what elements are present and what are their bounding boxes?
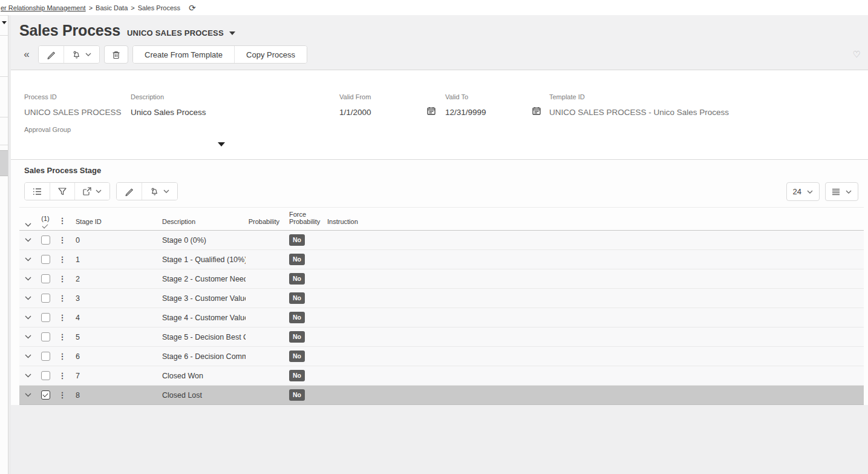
- collapse-panel-button[interactable]: «: [19, 45, 34, 64]
- sidebar-caret-down-icon[interactable]: [2, 21, 7, 24]
- row-checkbox[interactable]: [41, 352, 50, 361]
- kebab-icon: ⋮: [59, 217, 67, 225]
- table-row[interactable]: ⋮ 6 Stage 6 - Decision Comm No: [19, 347, 864, 366]
- row-menu-cell[interactable]: ⋮: [54, 352, 70, 360]
- row-menu-cell[interactable]: ⋮: [54, 294, 70, 302]
- row-checkbox[interactable]: [41, 371, 50, 380]
- process-actions-group: Create From Template Copy Process: [132, 45, 307, 64]
- row-check-cell[interactable]: [36, 235, 54, 245]
- column-header-instruction[interactable]: Instruction: [324, 218, 370, 230]
- row-check-cell[interactable]: [36, 313, 54, 322]
- column-header-force-probability[interactable]: Force Probability: [282, 211, 324, 230]
- breadcrumb-item-basic-data[interactable]: Basic Data: [96, 4, 128, 12]
- table-row[interactable]: ⋮ 4 Stage 4 - Customer Value No: [19, 308, 864, 328]
- row-expand-cell[interactable]: [19, 296, 36, 300]
- row-expand-cell[interactable]: [19, 277, 36, 281]
- row-checkbox[interactable]: [41, 274, 50, 283]
- table-row[interactable]: ⋮ 5 Stage 5 - Decision Best Ca No: [19, 328, 864, 347]
- row-menu-cell[interactable]: ⋮: [54, 314, 70, 321]
- filter-button[interactable]: [50, 183, 74, 200]
- force-probability-cell: No: [282, 331, 324, 343]
- breadcrumb-item-sales-process[interactable]: Sales Process: [138, 4, 180, 12]
- collapsed-sidebar[interactable]: [0, 15, 8, 474]
- list-view-button[interactable]: [25, 183, 50, 200]
- row-expand-cell[interactable]: [19, 374, 36, 378]
- row-expand-cell[interactable]: [19, 335, 36, 339]
- chevron-down-icon: [25, 354, 31, 358]
- row-expand-cell[interactable]: [19, 257, 36, 262]
- description-cell: Stage 6 - Decision Comm: [162, 352, 246, 361]
- description-field[interactable]: Description Unico Sales Process: [131, 93, 206, 117]
- row-checkbox[interactable]: [41, 390, 50, 400]
- row-checkbox[interactable]: [41, 294, 50, 303]
- row-expand-cell[interactable]: [19, 238, 36, 242]
- valid-from-calendar-icon[interactable]: [427, 107, 436, 117]
- row-check-cell[interactable]: [36, 274, 54, 283]
- favorite-heart-icon[interactable]: ♡: [853, 49, 861, 60]
- stage-edit-button[interactable]: [117, 183, 142, 200]
- page-title: Sales Process: [19, 22, 120, 39]
- copy-process-button[interactable]: Copy Process: [234, 46, 307, 63]
- pencil-icon: [47, 50, 56, 59]
- sales-process-stage-section: Sales Process Stage: [11, 159, 868, 405]
- column-header-probability[interactable]: Probability: [246, 218, 282, 230]
- row-checkbox[interactable]: [41, 332, 50, 341]
- approval-group-field[interactable]: Approval Group: [24, 126, 71, 140]
- row-check-cell[interactable]: [36, 390, 54, 400]
- table-row[interactable]: ⋮ 2 Stage 2 - Customer Need No: [19, 269, 864, 289]
- stage-notifications-menu-button[interactable]: [142, 183, 177, 200]
- row-check-cell[interactable]: [36, 352, 54, 361]
- row-expand-cell[interactable]: [19, 315, 36, 320]
- table-row[interactable]: ⋮ 3 Stage 3 - Customer Value No: [19, 289, 864, 308]
- view-layout-select[interactable]: [825, 182, 858, 201]
- row-menu-cell[interactable]: ⋮: [54, 391, 70, 399]
- record-selector-dropdown[interactable]: UNICO SALES PROCESS: [127, 28, 235, 38]
- row-menu-cell[interactable]: ⋮: [54, 275, 70, 283]
- row-check-cell[interactable]: [36, 371, 54, 380]
- row-checkbox[interactable]: [41, 313, 50, 322]
- table-row[interactable]: ⋮ 8 Closed Lost No: [19, 386, 864, 405]
- row-check-cell[interactable]: [36, 294, 54, 303]
- sidebar-scroll-thumb[interactable]: [0, 150, 8, 176]
- row-checkbox[interactable]: [41, 255, 50, 264]
- notifications-menu-button[interactable]: [64, 46, 99, 63]
- row-check-cell[interactable]: [36, 255, 54, 264]
- page-size-select[interactable]: 24: [786, 182, 820, 201]
- sidebar-divider: [0, 117, 8, 117]
- row-menu-cell[interactable]: ⋮: [54, 255, 70, 263]
- row-check-cell[interactable]: [36, 332, 54, 341]
- table-row[interactable]: ⋮ 7 Closed Won No: [19, 366, 864, 386]
- column-header-description[interactable]: Description: [162, 218, 246, 230]
- row-menu-cell[interactable]: ⋮: [54, 372, 70, 380]
- column-header-stage-id[interactable]: Stage ID: [70, 218, 162, 230]
- breadcrumb-link-relationship-management[interactable]: er Relationship Management: [1, 4, 86, 12]
- table-row[interactable]: ⋮ 0 Stage 0 (0%) No: [19, 231, 864, 250]
- force-probability-cell: No: [282, 389, 324, 401]
- valid-to-value[interactable]: 12/31/9999: [445, 108, 486, 117]
- edit-button[interactable]: [39, 46, 64, 63]
- row-expand-cell[interactable]: [19, 354, 36, 358]
- bottom-fill: [11, 405, 868, 474]
- valid-to-calendar-icon[interactable]: [532, 107, 541, 117]
- row-menu-cell[interactable]: ⋮: [54, 333, 70, 341]
- select-all-column[interactable]: (1): [36, 215, 54, 230]
- description-value[interactable]: Unico Sales Process: [131, 108, 206, 117]
- table-row[interactable]: ⋮ 1 Stage 1 - Qualified (10%) No: [19, 250, 864, 269]
- approval-group-caret-down-icon[interactable]: [218, 142, 225, 146]
- valid-from-field[interactable]: Valid From 1/1/2000: [339, 93, 371, 117]
- trash-icon: [112, 50, 120, 59]
- kebab-icon: ⋮: [59, 236, 67, 244]
- row-menu-cell[interactable]: ⋮: [54, 236, 70, 244]
- refresh-icon[interactable]: ⟳: [189, 4, 196, 12]
- row-expand-cell[interactable]: [19, 393, 36, 397]
- kebab-icon: ⋮: [59, 391, 67, 399]
- valid-from-value[interactable]: 1/1/2000: [339, 108, 371, 117]
- sidebar-divider: [0, 76, 8, 77]
- row-checkbox[interactable]: [41, 235, 50, 245]
- valid-to-field[interactable]: Valid To 12/31/9999: [445, 93, 486, 117]
- select-all-control[interactable]: (1): [41, 215, 49, 227]
- export-menu-button[interactable]: [74, 183, 109, 200]
- expand-all-column[interactable]: [19, 223, 36, 230]
- delete-button[interactable]: [104, 45, 128, 64]
- create-from-template-button[interactable]: Create From Template: [133, 46, 234, 63]
